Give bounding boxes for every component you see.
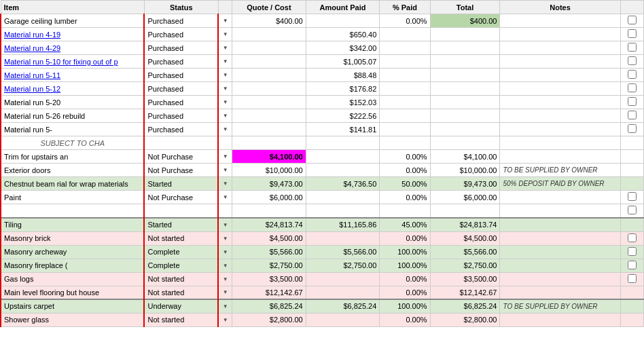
- row-checkbox[interactable]: [628, 43, 637, 52]
- dropdown-arrow[interactable]: ▼: [218, 245, 232, 259]
- notes-cell: [500, 313, 620, 326]
- amount-paid-cell: $5,566.00: [306, 245, 380, 259]
- status-text: Started: [147, 180, 171, 188]
- row-checkbox[interactable]: [628, 56, 637, 65]
- notes-cell: [500, 259, 620, 272]
- status-cell: Started: [144, 218, 218, 231]
- checkbox-cell[interactable]: [620, 191, 643, 204]
- item-name[interactable]: Material run 5-12: [1, 82, 144, 96]
- status-cell: Purchased: [144, 69, 218, 82]
- notes-cell: [500, 218, 620, 231]
- row-checkbox[interactable]: [628, 29, 637, 38]
- item-link[interactable]: Material run 5-12: [4, 85, 60, 93]
- checkbox-cell[interactable]: [620, 41, 643, 55]
- dropdown-arrow[interactable]: ▼: [218, 164, 232, 177]
- item-name[interactable]: Material run 5-10 for fixing out of p: [1, 55, 144, 69]
- dropdown-arrow[interactable]: ▼: [218, 69, 232, 82]
- dropdown-arrow[interactable]: ▼: [218, 272, 232, 286]
- row-checkbox[interactable]: [628, 274, 637, 283]
- table-row: Masonry fireplace (Complete▼$2,750.00$2,…: [1, 259, 644, 272]
- amount-paid-cell: [306, 164, 380, 177]
- item-name: Masonry fireplace (: [1, 259, 144, 272]
- dropdown-arrow[interactable]: ▼: [218, 286, 232, 299]
- status-text: Purchased: [147, 85, 183, 93]
- checkbox-cell[interactable]: [620, 231, 643, 245]
- checkbox-cell: [620, 313, 643, 326]
- dropdown-arrow[interactable]: ▼: [218, 231, 232, 245]
- row-checkbox[interactable]: [628, 70, 637, 79]
- dropdown-arrow[interactable]: ▼: [218, 109, 232, 123]
- quote-cell: $12,142.67: [232, 286, 306, 299]
- checkbox-cell[interactable]: [620, 259, 643, 272]
- checkbox-cell[interactable]: [620, 28, 643, 41]
- table-row: Material run 5-10 for fixing out of pPur…: [1, 55, 644, 69]
- checkbox-cell[interactable]: [620, 55, 643, 69]
- row-checkbox[interactable]: [628, 206, 637, 214]
- row-checkbox[interactable]: [628, 83, 637, 92]
- checkbox-cell[interactable]: [620, 123, 643, 136]
- dropdown-arrow[interactable]: ▼: [218, 41, 232, 55]
- quote-cell: $2,750.00: [232, 259, 306, 272]
- checkbox-cell: [620, 136, 643, 150]
- item-name: Masonry archeway: [1, 245, 144, 259]
- quote-cell: [232, 96, 306, 109]
- quote-cell: [232, 55, 306, 69]
- dropdown-arrow[interactable]: ▼: [218, 123, 232, 136]
- checkbox-cell[interactable]: [620, 245, 643, 259]
- row-checkbox[interactable]: [628, 261, 637, 269]
- item-link[interactable]: Material run 4-19: [4, 31, 60, 39]
- row-checkbox[interactable]: [628, 16, 637, 24]
- checkbox-cell[interactable]: [620, 96, 643, 109]
- total-cell: [430, 204, 500, 219]
- status-cell: Purchased: [144, 109, 218, 123]
- dropdown-arrow[interactable]: ▼: [218, 313, 232, 326]
- item-link[interactable]: Material run 4-29: [4, 44, 60, 52]
- col-status: Status: [144, 1, 218, 14]
- row-checkbox[interactable]: [628, 233, 637, 242]
- row-checkbox[interactable]: [628, 192, 637, 201]
- checkbox-cell: [620, 177, 643, 191]
- dropdown-arrow[interactable]: ▼: [218, 259, 232, 272]
- status-cell: Not Purchase: [144, 150, 218, 164]
- pct-paid-cell: 0.00%: [380, 313, 430, 326]
- checkbox-cell[interactable]: [620, 109, 643, 123]
- table-row: Garage ceiling lumberPurchased▼$400.000.…: [1, 14, 644, 28]
- dropdown-arrow[interactable]: ▼: [218, 150, 232, 164]
- checkbox-cell[interactable]: [620, 69, 643, 82]
- amount-paid-cell: $1,005.07: [306, 55, 380, 69]
- total-cell: $24,813.74: [430, 218, 500, 231]
- dropdown-arrow[interactable]: ▼: [218, 82, 232, 96]
- checkbox-cell[interactable]: [620, 272, 643, 286]
- item-link[interactable]: Material run 5-10 for fixing out of p: [4, 58, 118, 66]
- item-name[interactable]: Material run 4-19: [1, 28, 144, 41]
- row-checkbox[interactable]: [628, 124, 637, 133]
- row-checkbox[interactable]: [628, 247, 637, 256]
- dropdown-arrow[interactable]: ▼: [218, 55, 232, 69]
- dropdown-arrow[interactable]: ▼: [218, 191, 232, 204]
- dropdown-arrow[interactable]: ▼: [218, 28, 232, 41]
- pct-paid-cell: 100.00%: [380, 245, 430, 259]
- table-row: Shower glassNot started▼$2,800.000.00%$2…: [1, 313, 644, 326]
- checkbox-cell: [620, 218, 643, 231]
- dropdown-arrow[interactable]: ▼: [218, 96, 232, 109]
- notes-cell: TO BE SUPPLIED BY OWNER: [500, 299, 620, 313]
- row-checkbox[interactable]: [628, 97, 637, 106]
- item-name[interactable]: Material run 5-11: [1, 69, 144, 82]
- dropdown-arrow[interactable]: ▼: [218, 218, 232, 231]
- item-name[interactable]: Material run 4-29: [1, 41, 144, 55]
- dropdown-arrow[interactable]: ▼: [218, 177, 232, 191]
- checkbox-cell[interactable]: [620, 14, 643, 28]
- item-link[interactable]: Material run 5-11: [4, 71, 60, 79]
- checkbox-cell[interactable]: [620, 82, 643, 96]
- status-text: Purchased: [147, 58, 183, 66]
- table-row: Masonry archewayComplete▼$5,566.00$5,566…: [1, 245, 644, 259]
- status-cell: Purchased: [144, 123, 218, 136]
- col-item: Item: [1, 1, 144, 14]
- dropdown-arrow[interactable]: ▼: [218, 14, 232, 28]
- status-cell: Underway: [144, 299, 218, 313]
- dropdown-arrow[interactable]: ▼: [218, 299, 232, 313]
- row-checkbox[interactable]: [628, 111, 637, 119]
- checkbox-cell[interactable]: [620, 204, 643, 219]
- total-cell: $2,750.00: [430, 259, 500, 272]
- notes-cell: [500, 96, 620, 109]
